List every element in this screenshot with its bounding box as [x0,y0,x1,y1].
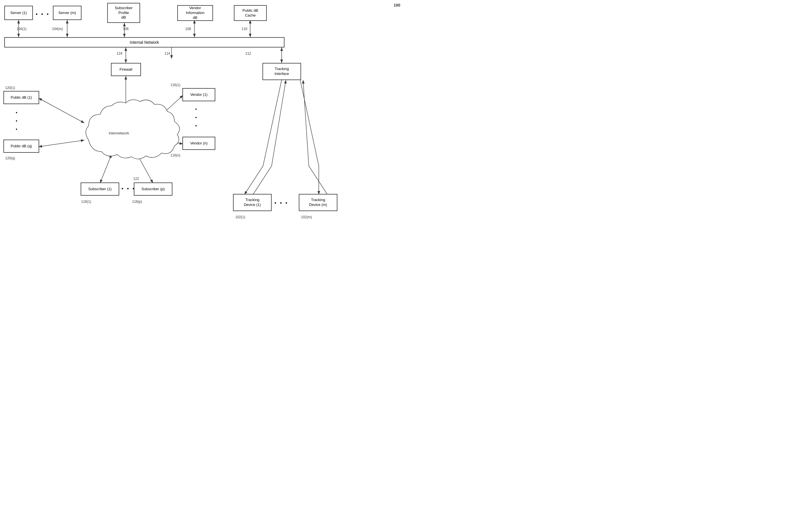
public-db-1-box: Public dB (1) [3,91,39,104]
subscriber-p-box: Subscriber (p) [134,182,172,196]
label-114: 114 [164,51,170,55]
label-108: 108 [185,27,191,31]
label-102-1: 102(1) [235,215,245,219]
vendor-dots: ••• [195,105,197,130]
label-120-q: 120(q) [5,156,15,160]
label-112: 112 [245,51,251,55]
diagram-container: 100 [0,0,406,262]
svg-line-17 [137,154,153,183]
subscriber-profile-db-box: Subscriber Profile dB [107,3,140,23]
internal-network: Internal Network [4,37,285,48]
svg-line-13 [39,140,84,147]
svg-line-15 [156,140,183,144]
tracking-device-dots: • • • [274,200,288,206]
internetwork-label: Internetwork [109,131,129,135]
public-db-cache-box: Public dB Cache [234,5,267,21]
label-104-m: 104(m) [52,27,63,31]
label-104-1: 104(1) [17,27,27,31]
vendor-n-box: Vendor (n) [182,137,215,150]
figure-number: 100 [394,3,400,7]
label-106: 106 [123,27,129,31]
label-116-1: 116(1) [170,83,181,87]
tracking-interface-box: Tracking Interface [263,63,301,80]
svg-line-14 [156,95,183,120]
server-dots: • • • [36,12,50,17]
tracking-device-1-box: Tracking Device (1) [233,194,272,211]
label-110: 110 [242,27,247,31]
subscriber-1-box: Subscriber (1) [81,182,119,196]
svg-line-16 [100,154,112,183]
tracking-device-m-box: Tracking Device (m) [299,194,337,211]
subscriber-dots: • • • [121,186,136,192]
label-124: 124 [117,51,122,55]
public-db-dots: ••• [16,109,17,133]
svg-line-12 [39,98,84,123]
firewall-box: Firewall [111,63,141,76]
internal-network-label: Internal Network [130,40,159,45]
label-120-1: 120(1) [5,86,15,90]
server-1-box: Server (1) [4,6,33,20]
label-122: 122 [133,177,139,181]
label-102-m: 102(m) [301,215,312,219]
server-m-box: Server (m) [53,6,82,20]
public-db-q-box: Public dB (q) [3,140,39,153]
label-118-p: 118(p) [132,200,142,204]
vendor-1-box: Vendor (1) [182,88,215,101]
label-118-1: 118(1) [81,200,91,204]
label-116-n: 116(n) [170,153,181,157]
vendor-info-db-box: Vendor Information dB [177,5,213,21]
